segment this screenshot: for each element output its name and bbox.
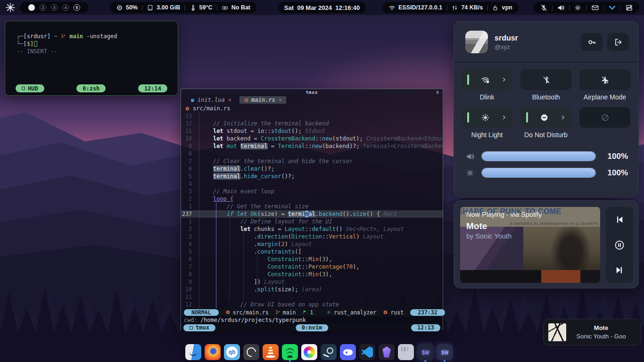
clock-pill-tmux: 12:13 [411, 324, 440, 331]
dock-discord[interactable] [340, 344, 356, 360]
dock-trash[interactable] [398, 344, 414, 360]
logout-button[interactable] [607, 33, 629, 51]
terminal-window[interactable]: ┌─[srdusr] ~ main -unstaged └─[$] -- INS… [5, 21, 178, 96]
dock-sw-app[interactable]: $W [417, 344, 433, 360]
editor-window[interactable]: tmux x init.lua×main.rs× src/main.rs 131… [181, 89, 443, 330]
volume-slider[interactable] [481, 151, 596, 161]
clock[interactable]: Sat 09 Mar 2024 12:16:40 [278, 2, 366, 13]
statusline-diagnostics: 1 [302, 309, 313, 316]
workspace-3[interactable]: 3 [51, 4, 58, 11]
previous-icon [614, 214, 625, 225]
chevron-right-icon[interactable] [501, 115, 507, 120]
next-button[interactable] [613, 264, 626, 276]
chevron-down-button[interactable] [608, 4, 616, 12]
dock-spotify[interactable] [282, 344, 298, 360]
temp-icon [190, 4, 197, 11]
stat-temp: 59°C [190, 4, 213, 11]
user-section: srdusr @xyz [454, 21, 638, 61]
cwd-path: /home/srdusr/projects/typerpunk [200, 317, 306, 323]
sw-logo: $W [421, 349, 429, 356]
net-text: ESSID/127.0.0.1 [398, 4, 442, 11]
workspace-5[interactable]: 5 [74, 4, 80, 11]
dock-qbittorrent[interactable]: qb [224, 344, 240, 360]
vim-mode-text: -- INSERT -- [17, 48, 178, 55]
quick-toggles-grid: DlinkBluetoothAirplane ModeNight LightDo… [454, 69, 638, 139]
code-line: 12 // Initialize the terminal backend [181, 120, 443, 127]
code-line: 5 terminal.hide_cursor()?; [181, 173, 443, 180]
toggles-button[interactable] [625, 4, 633, 12]
dock-photos[interactable] [301, 344, 317, 360]
empty-toggle-button[interactable] [579, 107, 630, 128]
tab-close-icon[interactable]: × [279, 97, 282, 103]
pause-button[interactable] [613, 239, 626, 251]
rust-icon [225, 310, 231, 315]
lua-icon [190, 98, 195, 103]
dlink-toggle-button[interactable] [462, 69, 512, 90]
tab-init.lua[interactable]: init.lua× [186, 96, 236, 104]
line-number: 9 [181, 278, 195, 286]
track-artist: by Sonic Youth [466, 232, 542, 240]
dock-obsidian[interactable] [379, 344, 395, 360]
workspace-1[interactable] [28, 4, 35, 11]
dock-obs-studio[interactable] [243, 344, 259, 360]
line-number: 8 [181, 271, 195, 278]
code-line: 13 [181, 112, 443, 120]
dock-vscode[interactable] [359, 344, 375, 360]
line-number: 6 [181, 255, 195, 263]
dock-firefox[interactable] [205, 344, 221, 360]
network-status[interactable]: ESSID/127.0.0.1|74 KB/s|vpn [382, 2, 519, 13]
logout-icon [614, 38, 623, 47]
stat-text: 3.00 GiB [157, 4, 180, 11]
toggle-label: Night Light [471, 131, 503, 139]
line-number: 11 [181, 127, 195, 135]
lock-open-icon [492, 4, 499, 11]
bluetooth-toggle-button[interactable] [520, 69, 571, 90]
stat-battery: No Bat [222, 4, 250, 11]
window-close-button[interactable]: x [436, 89, 439, 95]
volume-button[interactable] [557, 4, 565, 12]
mic-muted-button[interactable] [540, 4, 548, 12]
tmux-session-pill[interactable]: tmux [183, 324, 215, 331]
zsh-window-pill[interactable]: 0:zsh [76, 84, 106, 92]
toggles-icon [625, 4, 633, 12]
toggle-do-not-disturb: Do Not Disturb [520, 107, 571, 139]
dock-steam[interactable] [321, 344, 337, 360]
top-status-bar: 2345 50%|3.00 GiB|59°C|No Bat Sat 09 Mar… [0, 0, 644, 15]
tmux-status-bar-main: tmux 0:nvim 12:13 [181, 323, 443, 332]
toggle-dlink: Dlink [462, 69, 512, 101]
chevron-right-icon[interactable] [560, 115, 566, 120]
nvim-window-pill[interactable]: 0:nvim [296, 324, 328, 331]
settings-button[interactable] [574, 4, 582, 12]
user-handle: @xyz [495, 43, 576, 50]
brightness-slider[interactable] [481, 168, 596, 178]
workspace-2[interactable]: 2 [40, 4, 46, 11]
dock-file-manager[interactable] [185, 344, 201, 360]
notification-toast[interactable]: Mote Sonic Youth - Goo [543, 319, 641, 346]
workspace-4[interactable]: 4 [62, 4, 69, 11]
key-icon [587, 38, 596, 47]
previous-button[interactable] [613, 214, 626, 226]
chevron-right-icon[interactable] [501, 77, 507, 82]
separator: | [586, 4, 587, 11]
key-button[interactable] [581, 33, 603, 51]
dock-sw-app-2[interactable]: $W [437, 344, 453, 360]
stat-text: 50% [126, 4, 138, 11]
toggle-night-light: Night Light [462, 107, 512, 139]
tab-close-icon[interactable]: × [228, 97, 231, 103]
do-not-disturb-toggle-button[interactable] [520, 107, 571, 128]
gutter-separator [199, 112, 199, 308]
dock-vlc[interactable] [263, 344, 279, 360]
mail-button[interactable] [591, 4, 599, 12]
album-art[interactable]: SHAPE OF PUNK TO COME A CHIMERICAL BOMBI… [460, 207, 600, 283]
active-indicator [467, 112, 469, 123]
tab-main.rs[interactable]: main.rs× [239, 96, 286, 104]
window-title: tmux [306, 90, 318, 95]
hud-session-pill[interactable]: HUD [16, 84, 44, 92]
volume-value: 100% [603, 152, 628, 161]
airplane-mode-toggle-button[interactable] [579, 69, 630, 90]
night-light-toggle-button[interactable] [462, 107, 512, 128]
tab-label: init.lua [198, 97, 225, 103]
code-editor-area[interactable]: 1312 // Initialize the terminal backend1… [181, 112, 443, 308]
indent-guide [230, 218, 230, 301]
clock-pill-terminal: 12:14 [138, 84, 167, 92]
